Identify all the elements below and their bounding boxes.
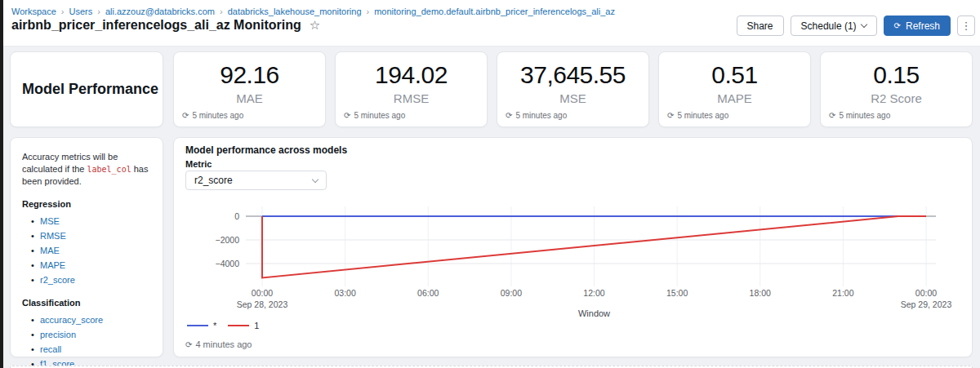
list-item: recall	[40, 344, 153, 356]
classification-links: accuracy_score precision recall f1_score…	[40, 314, 153, 368]
share-button-label: Share	[747, 20, 773, 32]
refresh-icon: ⟳	[829, 111, 835, 120]
breadcrumb-workspace[interactable]: Workspace	[11, 7, 56, 16]
more-options-button[interactable]: ⋮	[957, 16, 975, 36]
section-title-panel: Model Performance	[10, 51, 163, 127]
metric-label: R2 Score	[821, 91, 972, 105]
breadcrumb-separator-icon: ›	[220, 7, 223, 16]
link-accuracy-score[interactable]: accuracy_score	[40, 315, 103, 325]
model-performance-chart-panel: 0−2000−400000:0003:0006:0009:0012:0015:0…	[173, 137, 973, 357]
schedule-button[interactable]: Schedule (1)	[791, 16, 877, 36]
metric-dropdown-value: r2_score	[194, 175, 233, 186]
legend-label: 1	[254, 321, 259, 330]
metric-dropdown[interactable]: r2_score	[185, 171, 327, 190]
link-mae[interactable]: MAE	[40, 246, 60, 255]
page-header: Workspace › Users › ali.azzouz@databrick…	[0, 0, 980, 47]
legend-item[interactable]: 1	[228, 321, 259, 330]
metric-value: 194.02	[336, 61, 487, 89]
link-mape[interactable]: MAPE	[40, 260, 65, 270]
svg-text:09:00: 09:00	[501, 288, 522, 298]
link-mse[interactable]: MSE	[40, 216, 60, 226]
svg-text:18:00: 18:00	[750, 288, 771, 298]
metrics-help-panel: Accuracy metrics will be calculated if t…	[10, 137, 163, 357]
refresh-icon: ⟳	[344, 111, 350, 120]
svg-text:−4000: −4000	[216, 259, 240, 268]
svg-text:15:00: 15:00	[666, 288, 688, 298]
svg-text:06:00: 06:00	[417, 288, 439, 298]
legend-item[interactable]: *	[187, 321, 216, 330]
metric-updated-text: 5 minutes ago	[515, 111, 567, 120]
link-rmse[interactable]: RMSE	[40, 231, 66, 241]
favorite-star-icon[interactable]: ☆	[310, 18, 320, 33]
breadcrumb-lakehouse-monitoring[interactable]: databricks_lakehouse_monitoring	[228, 7, 362, 16]
classification-heading: Classification	[22, 297, 153, 309]
metric-card-r2: 0.15 R2 Score ⟳5 minutes ago	[820, 51, 973, 127]
refresh-button-label: Refresh	[906, 20, 940, 32]
list-item: precision	[40, 329, 153, 341]
svg-text:21:00: 21:00	[832, 288, 853, 298]
refresh-icon: ⟳	[667, 111, 674, 120]
breadcrumb-separator-icon: ›	[367, 7, 370, 16]
share-button[interactable]: Share	[737, 16, 784, 36]
chart-updated-text: 4 minutes ago	[195, 339, 252, 349]
accuracy-note: Accuracy metrics will be calculated if t…	[22, 151, 153, 188]
metric-label: RMSE	[336, 91, 487, 105]
svg-text:0: 0	[234, 211, 239, 221]
regression-heading: Regression	[22, 198, 153, 211]
regression-links: MSE RMSE MAE MAPE r2_score	[40, 215, 153, 286]
metric-dropdown-label: Metric	[185, 159, 212, 169]
svg-text:12:00: 12:00	[583, 288, 604, 298]
metric-card-mape: 0.51 MAPE ⟳5 minutes ago	[658, 51, 811, 127]
metric-card-mae: 92.16 MAE ⟳5 minutes ago	[173, 51, 326, 127]
section-title: Model Performance	[22, 81, 158, 98]
legend-label: *	[213, 321, 216, 330]
list-item: accuracy_score	[40, 314, 153, 326]
chevron-down-icon	[312, 175, 318, 182]
breadcrumb-monitor-table[interactable]: monitoring_demo.default.airbnb_pricer_in…	[374, 7, 615, 16]
breadcrumb-users[interactable]: Users	[69, 7, 93, 16]
legend-line-swatch	[187, 325, 208, 326]
schedule-button-label: Schedule (1)	[801, 20, 857, 32]
metric-label: MAPE	[659, 91, 810, 105]
metric-card-rmse: 194.02 RMSE ⟳5 minutes ago	[335, 51, 488, 127]
metric-updated-text: 5 minutes ago	[192, 111, 243, 120]
metric-label: MAE	[174, 91, 325, 105]
svg-text:−2000: −2000	[216, 235, 240, 245]
legend-line-swatch	[228, 325, 249, 326]
refresh-icon: ⟳	[894, 21, 901, 30]
chevron-down-icon	[860, 21, 866, 28]
metric-value: 0.15	[821, 61, 972, 89]
metric-label: MSE	[497, 91, 648, 105]
refresh-button[interactable]: ⟳ Refresh	[884, 16, 951, 36]
breadcrumb-user-email[interactable]: ali.azzouz@databricks.com	[105, 7, 215, 16]
list-item: MAPE	[40, 259, 153, 272]
refresh-icon: ⟳	[185, 340, 192, 349]
metric-updated-text: 5 minutes ago	[354, 111, 405, 120]
window-edge	[0, 0, 3, 368]
metric-value: 92.16	[174, 61, 325, 89]
label-col-code: label_col	[87, 165, 131, 174]
refresh-icon: ⟳	[506, 111, 512, 120]
svg-text:00:00: 00:00	[252, 288, 273, 298]
svg-text:Window: Window	[578, 308, 610, 318]
kebab-icon: ⋮	[961, 20, 972, 32]
svg-text:Sep 28, 2023: Sep 28, 2023	[237, 299, 288, 309]
breadcrumb-separator-icon: ›	[97, 7, 100, 16]
chart-title: Model performance across models	[185, 144, 347, 156]
metric-value: 0.51	[659, 61, 810, 89]
breadcrumb: Workspace › Users › ali.azzouz@databrick…	[11, 7, 615, 16]
svg-text:03:00: 03:00	[334, 288, 355, 298]
metric-value: 37,645.55	[497, 61, 648, 89]
breadcrumb-separator-icon: ›	[61, 7, 65, 16]
link-precision[interactable]: precision	[40, 330, 76, 339]
page-title: airbnb_pricer_inferencelogs_ali_az Monit…	[11, 18, 301, 33]
metric-card-mse: 37,645.55 MSE ⟳5 minutes ago	[497, 51, 649, 127]
svg-text:Sep 29, 2023: Sep 29, 2023	[901, 299, 952, 309]
list-item: RMSE	[40, 230, 153, 242]
svg-text:00:00: 00:00	[915, 288, 937, 298]
link-r2-score[interactable]: r2_score	[40, 275, 75, 285]
link-recall[interactable]: recall	[40, 344, 61, 354]
list-item: r2_score	[40, 274, 153, 286]
chart-legend: *1	[187, 321, 259, 330]
list-item: MAE	[40, 245, 153, 257]
